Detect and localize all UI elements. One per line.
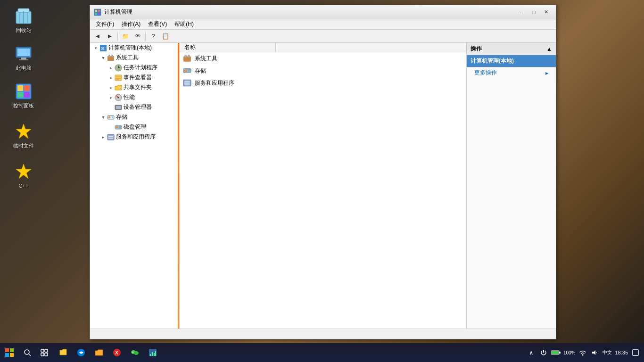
properties-button[interactable]: 📋 xyxy=(160,31,171,41)
volume-icon[interactable] xyxy=(590,348,600,357)
disk-icon xyxy=(115,123,122,131)
svg-rect-20 xyxy=(98,13,100,15)
svg-marker-15 xyxy=(16,164,31,179)
performance-icon xyxy=(115,94,122,101)
taskbar-edge[interactable] xyxy=(73,344,90,361)
tree-expand-services[interactable]: ▸ xyxy=(99,133,107,141)
star-icon-2 xyxy=(14,162,33,181)
menu-action[interactable]: 操作(A) xyxy=(118,19,144,29)
svg-text:X: X xyxy=(115,350,118,355)
content-tools-icon xyxy=(182,54,192,63)
toolbar-separator-2 xyxy=(145,32,146,41)
svg-point-69 xyxy=(25,350,29,354)
tree-system-tools[interactable]: ▼ 系统工具 xyxy=(90,53,179,63)
input-method[interactable]: 中文 xyxy=(603,349,612,356)
menu-file[interactable]: 文件(F) xyxy=(92,19,118,29)
performance-label: 性能 xyxy=(124,93,135,101)
forward-button[interactable]: ► xyxy=(104,31,116,41)
search-button[interactable] xyxy=(19,344,36,361)
actions-collapse-icon[interactable]: ▲ xyxy=(546,46,552,52)
desktop-icon-control[interactable]: 控制面板 xyxy=(7,80,40,111)
toolbar: ◄ ► 📁 👁 ? 📋 xyxy=(90,30,556,43)
actions-subheader: 计算机管理(本地) xyxy=(467,55,556,67)
svg-rect-55 xyxy=(184,55,187,58)
tree-expand-root[interactable]: ▾ xyxy=(92,44,99,52)
menu-help[interactable]: 帮助(H) xyxy=(171,19,198,29)
up-button[interactable]: 📁 xyxy=(120,31,131,41)
tree-shared-folders[interactable]: ▸ 共享文件夹 xyxy=(90,82,179,92)
tree-expand-system[interactable]: ▼ xyxy=(99,54,107,62)
services-icon xyxy=(107,133,115,141)
tree-expand-shared[interactable]: ▸ xyxy=(107,84,115,91)
desktop-icon-cpp[interactable]: C++ xyxy=(7,160,40,191)
menu-view[interactable]: 查看(V) xyxy=(144,19,171,29)
chevron-tray-icon[interactable]: ∧ xyxy=(527,348,536,357)
computer-label: 此电脑 xyxy=(16,65,32,71)
actions-header: 操作 ▲ xyxy=(467,43,556,55)
help-button[interactable]: ? xyxy=(148,31,159,41)
column-header: 名称 xyxy=(180,43,466,52)
taskbar-folder[interactable] xyxy=(91,344,107,361)
svg-rect-85 xyxy=(154,353,155,356)
tree-root-icon: ⌘ xyxy=(99,44,107,52)
tree-performance[interactable]: ▸ 性能 xyxy=(90,92,179,102)
content-item-tools[interactable]: 系统工具 xyxy=(180,52,466,65)
svg-rect-62 xyxy=(183,80,191,86)
more-actions-item[interactable]: 更多操作 ▸ xyxy=(467,67,556,78)
tree-device-manager[interactable]: ▸ 设备管理器 xyxy=(90,102,179,112)
svg-rect-17 xyxy=(95,10,97,12)
svg-point-81 xyxy=(133,352,134,353)
disk-management-label: 磁盘管理 xyxy=(124,123,146,131)
tree-storage[interactable]: ▼ 存储 xyxy=(90,112,179,122)
taskbar-file-explorer[interactable] xyxy=(55,344,72,361)
tree-expand-perf[interactable]: ▸ xyxy=(107,94,115,101)
tree-task-scheduler[interactable]: ▸ 任务计划程序 xyxy=(90,63,179,73)
content-item-services[interactable]: 服务和应用程序 xyxy=(180,77,466,89)
task-view-button[interactable] xyxy=(36,344,53,361)
taskbar: X xyxy=(0,343,644,362)
storage-icon xyxy=(107,114,115,121)
svg-point-47 xyxy=(116,126,118,128)
desktop-icon-temp[interactable]: 临时文件 xyxy=(7,120,40,151)
svg-point-90 xyxy=(582,354,584,356)
tree-services[interactable]: ▸ 服务和应用程序 xyxy=(90,132,179,142)
computer-management-window: 计算机管理 – □ ✕ 文件(F) 操作(A) 查看(V) 帮助(H) ◄ ► … xyxy=(90,5,556,339)
svg-rect-64 xyxy=(184,83,190,84)
svg-rect-86 xyxy=(155,351,156,356)
tree-event-viewer[interactable]: ▸ 事件查看器 xyxy=(90,73,179,82)
close-button[interactable]: ✕ xyxy=(540,8,552,17)
tree-expand-task[interactable]: ▸ xyxy=(107,64,115,72)
taskbar-app-red[interactable]: X xyxy=(108,344,125,361)
more-actions-arrow: ▸ xyxy=(545,70,548,76)
toolbar-separator-1 xyxy=(117,32,118,41)
star-icon-1 xyxy=(14,122,33,141)
taskbar-wechat[interactable] xyxy=(126,344,143,361)
notification-icon[interactable] xyxy=(631,348,640,357)
start-button[interactable] xyxy=(0,343,19,362)
battery-icon[interactable] xyxy=(551,348,561,357)
svg-point-80 xyxy=(132,352,133,353)
tree-expand-storage[interactable]: ▼ xyxy=(99,114,107,121)
shared-folders-label: 共享文件夹 xyxy=(124,83,152,91)
taskbar-task-manager[interactable] xyxy=(144,344,161,361)
show-hide-button[interactable]: 👁 xyxy=(132,31,143,41)
tree-root[interactable]: ▾ ⌘ 计算机管理(本地) xyxy=(90,43,179,53)
content-item-storage[interactable]: 存储 xyxy=(180,65,466,77)
power-icon[interactable] xyxy=(539,348,548,357)
network-icon[interactable] xyxy=(578,348,587,357)
back-button[interactable]: ◄ xyxy=(92,31,103,41)
tree-disk-management[interactable]: ▸ 磁盘管理 xyxy=(90,122,179,132)
tree-expand-event[interactable]: ▸ xyxy=(107,74,115,82)
name-column-header[interactable]: 名称 xyxy=(182,43,276,52)
svg-rect-56 xyxy=(188,55,190,58)
svg-rect-67 xyxy=(5,353,9,357)
content-storage-icon xyxy=(182,66,192,75)
tree-panel: ▾ ⌘ 计算机管理(本地) ▼ xyxy=(90,43,180,329)
computer-icon xyxy=(14,44,33,63)
desktop-icon-computer[interactable]: 此电脑 xyxy=(7,42,40,73)
desktop-icon-recycle[interactable]: 回收站 xyxy=(7,5,40,35)
svg-rect-52 xyxy=(108,136,113,137)
minimize-button[interactable]: – xyxy=(515,8,528,17)
svg-rect-74 xyxy=(45,353,48,356)
maximize-button[interactable]: □ xyxy=(528,8,540,17)
